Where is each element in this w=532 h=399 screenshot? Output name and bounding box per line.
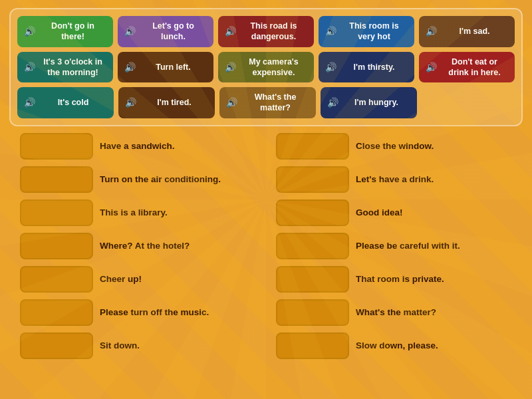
match-row-right-5: What's the matter? [276, 299, 512, 326]
phrase-button-row3-1[interactable]: 🔊I'm tired. [118, 87, 215, 118]
match-label-left-4: Cheer up! [100, 273, 142, 285]
match-box-right-1[interactable] [276, 166, 349, 193]
speaker-icon: 🔊 [225, 25, 236, 37]
phrase-button-row1-0[interactable]: 🔊Don't go in there! [17, 16, 113, 47]
match-box-left-0[interactable] [20, 133, 93, 160]
match-box-left-2[interactable] [20, 200, 93, 226]
phrase-button-row2-2[interactable]: 🔊My camera's expensive. [218, 52, 314, 83]
phrase-button-row2-4[interactable]: 🔊Don't eat or drink in here. [419, 52, 515, 83]
speaker-icon: 🔊 [426, 25, 437, 37]
match-box-right-3[interactable] [276, 233, 349, 259]
speaker-icon: 🔊 [325, 25, 336, 37]
speaker-icon: 🔊 [327, 96, 338, 108]
speaker-icon: 🔊 [124, 25, 136, 37]
match-label-left-0: Have a sandwich. [100, 140, 175, 152]
speaker-icon: 🔊 [24, 96, 35, 108]
match-label-right-4: That room is private. [356, 273, 444, 285]
match-row-right-0: Close the window. [276, 133, 512, 160]
match-box-right-5[interactable] [276, 299, 349, 326]
match-row-left-3: Where? At the hotel? [20, 233, 256, 259]
speaker-icon: 🔊 [24, 61, 35, 73]
match-box-left-1[interactable] [20, 166, 93, 193]
phrase-button-row3-2[interactable]: 🔊What's the matter? [219, 87, 316, 118]
match-label-right-1: Let's have a drink. [356, 174, 434, 186]
match-label-right-0: Close the window. [356, 140, 434, 152]
match-row-left-2: This is a library. [20, 200, 256, 226]
speaker-icon: 🔊 [24, 25, 35, 37]
match-label-left-5: Please turn off the music. [100, 307, 209, 319]
match-row-left-4: Cheer up! [20, 266, 256, 293]
match-box-right-2[interactable] [276, 200, 349, 226]
phrase-button-row3-0[interactable]: 🔊It's cold [17, 87, 114, 118]
match-row-left-6: Sit down. [20, 332, 256, 359]
speaker-icon: 🔊 [226, 96, 237, 108]
phrase-button-row1-3[interactable]: 🔊This room is very hot [319, 16, 414, 47]
match-row-left-0: Have a sandwich. [20, 133, 256, 160]
match-label-right-3: Please be careful with it. [356, 240, 460, 252]
match-row-left-1: Turn on the air conditioning. [20, 166, 256, 193]
match-label-left-3: Where? At the hotel? [100, 240, 190, 252]
match-label-left-6: Sit down. [100, 340, 140, 352]
match-box-left-5[interactable] [20, 299, 93, 326]
match-label-right-6: Slow down, please. [356, 340, 438, 352]
phrase-button-row2-3[interactable]: 🔊I'm thirsty. [319, 52, 414, 83]
match-box-right-0[interactable] [276, 133, 349, 160]
button-row-2: 🔊It's 3 o'clock in the morning!🔊Turn lef… [17, 52, 515, 83]
phrase-button-row1-2[interactable]: 🔊This road is dangerous. [218, 16, 314, 47]
match-label-right-5: What's the matter? [356, 307, 436, 319]
match-row-right-6: Slow down, please. [276, 332, 512, 359]
match-row-right-3: Please be careful with it. [276, 233, 512, 259]
phrase-button-row1-1[interactable]: 🔊Let's go to lunch. [118, 16, 213, 47]
phrase-button-row2-0[interactable]: 🔊It's 3 o'clock in the morning! [17, 52, 113, 83]
match-row-left-5: Please turn off the music. [20, 299, 256, 326]
match-label-left-2: This is a library. [100, 207, 168, 219]
button-row-1: 🔊Don't go in there!🔊Let's go to lunch.🔊T… [17, 16, 515, 47]
top-panel: 🔊Don't go in there!🔊Let's go to lunch.🔊T… [9, 8, 523, 126]
match-box-left-4[interactable] [20, 266, 93, 293]
phrase-button-row2-1[interactable]: 🔊Turn left. [118, 52, 213, 83]
speaker-icon: 🔊 [124, 61, 136, 73]
phrase-button-row1-4[interactable]: 🔊I'm sad. [419, 16, 515, 47]
speaker-icon: 🔊 [325, 61, 336, 73]
speaker-icon: 🔊 [225, 61, 236, 73]
speaker-icon: 🔊 [125, 96, 136, 108]
button-row-3: 🔊It's cold🔊I'm tired.🔊What's the matter?… [17, 87, 515, 118]
match-row-right-4: That room is private. [276, 266, 512, 293]
speaker-icon: 🔊 [426, 61, 437, 73]
match-box-left-6[interactable] [20, 332, 93, 359]
match-box-left-3[interactable] [20, 233, 93, 259]
match-label-left-1: Turn on the air conditioning. [100, 174, 221, 186]
match-box-right-6[interactable] [276, 332, 349, 359]
match-label-right-2: Good idea! [356, 207, 403, 219]
match-row-right-1: Let's have a drink. [276, 166, 512, 193]
match-box-right-4[interactable] [276, 266, 349, 293]
match-area: Have a sandwich. Close the window. Turn … [13, 133, 519, 366]
match-row-right-2: Good idea! [276, 200, 512, 226]
phrase-button-row3-3[interactable]: 🔊I'm hungry. [321, 87, 417, 118]
